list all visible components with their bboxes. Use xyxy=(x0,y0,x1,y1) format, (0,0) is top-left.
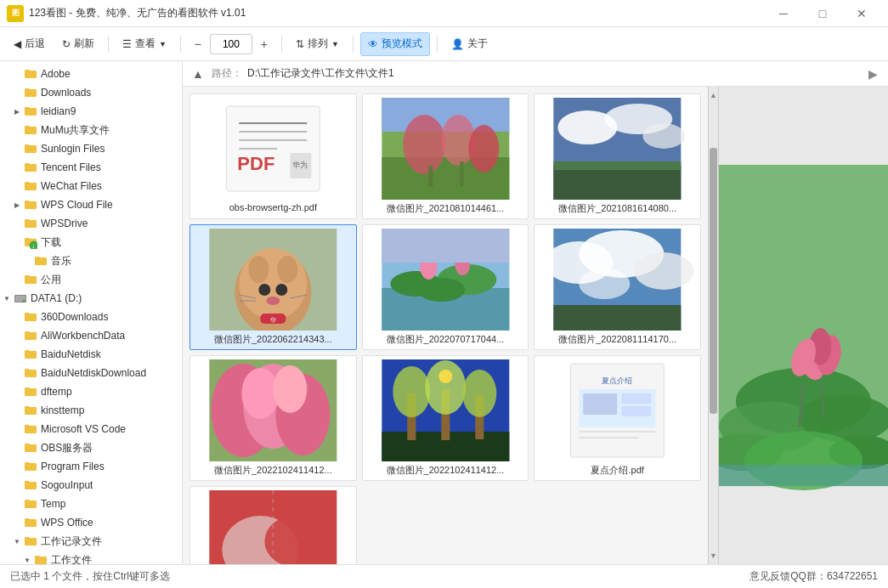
svg-point-30 xyxy=(239,248,307,319)
sidebar-item-aliworkbench[interactable]: AliWorkbenchData xyxy=(0,326,182,345)
grid-item-img2[interactable]: 微信图片_2021081614080... xyxy=(534,93,701,219)
sidebar-item-leidian9[interactable]: ▶leidian9 xyxy=(0,102,182,121)
sidebar-item-music[interactable]: 音乐 xyxy=(0,252,182,270)
toolbar: ◀ 后退 ↻ 刷新 ☰ 查看 ▼ − + ⇅ 排列 ▼ 👁 预览模式 👤 关于 xyxy=(0,27,888,61)
grid-item-img5[interactable]: 微信图片_2022081114170... xyxy=(534,224,701,350)
sidebar-item-workfiles[interactable]: ▼工作文件 xyxy=(0,551,182,564)
tree-arrow-icon xyxy=(10,179,24,193)
sidebar-item-gongyong[interactable]: 公用 xyxy=(0,270,182,289)
sidebar-item-temp[interactable]: Temp xyxy=(0,495,182,513)
sidebar-item-wps_cloud[interactable]: ▶WPS Cloud File xyxy=(0,195,182,214)
sidebar-item-sougou[interactable]: SogouInput xyxy=(0,476,182,495)
svg-rect-50 xyxy=(554,305,682,331)
svg-point-26 xyxy=(643,123,686,149)
tree-item-label: Downloads xyxy=(41,87,91,99)
thumbnail-image: 预览图 xyxy=(194,490,353,564)
grid-item-img6[interactable]: 微信图片_2022102411412... xyxy=(189,355,357,481)
folder-icon xyxy=(24,404,37,417)
tree-item-label: Temp xyxy=(41,498,65,510)
sort-button[interactable]: ⇅ 排列 ▼ xyxy=(289,32,346,56)
sort-icon: ⇅ xyxy=(296,38,304,50)
preview-image xyxy=(719,87,888,564)
path-forward-button[interactable]: ▶ xyxy=(864,65,881,82)
grid-scroll[interactable]: PDF 华为 obs-browsertg-zh.pdf 微信图片_2021081… xyxy=(183,87,708,564)
preview-mode-button[interactable]: 👁 预览模式 xyxy=(360,32,430,56)
sidebar-item-mumu[interactable]: MuMu共享文件 xyxy=(0,121,182,139)
folder-icon xyxy=(24,179,37,193)
sidebar-item-worklogs[interactable]: ▼工作记录文件 xyxy=(0,532,182,551)
svg-point-45 xyxy=(417,278,465,302)
sidebar-item-baidunetdisk[interactable]: BaiduNetdisk xyxy=(0,345,182,364)
svg-text:华为: 华为 xyxy=(292,161,308,169)
scroll-thumb[interactable] xyxy=(710,148,717,414)
path-up-button[interactable]: ▲ xyxy=(189,65,206,82)
sidebar-item-wpsoffice[interactable]: WPS Office xyxy=(0,513,182,532)
folder-icon xyxy=(24,366,37,380)
svg-point-67 xyxy=(425,360,466,415)
scrollbar[interactable]: ▲ ▼ xyxy=(708,87,718,564)
tree-arrow-icon xyxy=(10,86,24,99)
sidebar-item-programfiles[interactable]: Program Files xyxy=(0,457,182,476)
scroll-up-button[interactable]: ▲ xyxy=(709,87,718,104)
zoom-out-button[interactable]: − xyxy=(188,34,208,54)
sidebar-item-tencent[interactable]: Tencent Files xyxy=(0,158,182,177)
sidebar-item-sunlogin[interactable]: Sunlogin Files xyxy=(0,139,182,158)
toolbar-sep-5 xyxy=(437,36,438,53)
tree-arrow-icon xyxy=(10,142,24,155)
scroll-down-button[interactable]: ▼ xyxy=(709,547,718,564)
thumbnail-label: 微信图片_2022102411412... xyxy=(366,464,525,477)
tree-item-label: 公用 xyxy=(41,273,61,287)
tree-arrow-icon xyxy=(10,273,24,286)
minimize-button[interactable]: ─ xyxy=(764,0,803,27)
tree-arrow-icon: ▼ xyxy=(10,534,24,548)
sidebar-item-kinstemp[interactable]: kinsttemp xyxy=(0,401,182,420)
sidebar-item-data1[interactable]: ▼DATA1 (D:) xyxy=(0,289,182,308)
grid-item-pdf2[interactable]: 夏点介绍 夏点介绍.pdf xyxy=(534,355,701,481)
back-button[interactable]: ◀ 后退 xyxy=(7,32,52,56)
zoom-control: − + xyxy=(188,34,274,54)
grid-item-img1[interactable]: 微信图片_2021081014461... xyxy=(362,93,529,219)
folder-icon xyxy=(24,534,37,548)
sidebar-item-wpsdrive[interactable]: WPSDrive xyxy=(0,214,182,233)
sidebar-item-obs[interactable]: OBS服务器 xyxy=(0,438,182,457)
grid-item-img3[interactable]: 华微信图片_2022062214343... xyxy=(189,224,357,350)
zoom-input[interactable] xyxy=(210,34,252,54)
tree-item-label: leidian9 xyxy=(41,105,76,117)
grid-item-img7[interactable]: 微信图片_2022102411412... xyxy=(362,355,529,481)
grid-item-pdf1[interactable]: PDF 华为 obs-browsertg-zh.pdf xyxy=(189,93,357,219)
folder-icon: ↓ xyxy=(24,235,37,249)
thumbnail-label: obs-browsertg-zh.pdf xyxy=(194,202,353,212)
tree-item-label: Microsoft VS Code xyxy=(41,423,126,435)
refresh-button[interactable]: ↻ 刷新 xyxy=(55,32,101,56)
view-button[interactable]: ☰ 查看 ▼ xyxy=(116,32,173,56)
maximize-button[interactable]: □ xyxy=(803,0,842,27)
grid-item-img4[interactable]: 微信图片_2022070717044... xyxy=(362,224,529,350)
thumbnail-image: 华 xyxy=(194,229,353,331)
sidebar-item-360downloads[interactable]: 360Downloads xyxy=(0,308,182,326)
tree-arrow-icon xyxy=(10,460,24,473)
svg-point-53 xyxy=(635,252,694,290)
close-button[interactable]: ✕ xyxy=(842,0,881,27)
thumbnail-label: 微信图片_2021081614080... xyxy=(538,202,697,215)
sidebar-item-wechat[interactable]: WeChat Files xyxy=(0,177,182,195)
toolbar-sep-4 xyxy=(353,36,354,53)
svg-rect-27 xyxy=(554,161,682,170)
status-right: 意见反馈QQ群：634722651 xyxy=(749,569,878,584)
preview-panel xyxy=(718,87,888,564)
tree-item-label: DATA1 (D:) xyxy=(31,292,82,304)
sidebar-item-msvscode[interactable]: Microsoft VS Code xyxy=(0,420,182,438)
sidebar-item-downloads[interactable]: Downloads xyxy=(0,83,182,102)
tree-item-label: WPS Cloud File xyxy=(41,199,113,211)
sort-arrow-icon: ▼ xyxy=(331,40,339,48)
sidebar-item-baidudownload[interactable]: BaiduNetdiskDownload xyxy=(0,364,182,382)
sidebar-item-dftemp[interactable]: dftemp xyxy=(0,382,182,401)
sidebar-item-adobe[interactable]: Adobe xyxy=(0,65,182,83)
folder-icon xyxy=(24,198,37,212)
zoom-in-button[interactable]: + xyxy=(254,34,274,54)
sidebar-item-download_cn[interactable]: ↓下载 xyxy=(0,233,182,252)
thumbnail-label: 微信图片_2022062214343... xyxy=(194,333,353,346)
about-button[interactable]: 👤 关于 xyxy=(444,32,495,56)
tree-arrow-icon xyxy=(10,67,24,81)
grid-item-img8[interactable]: 预览图 微信图片_2022... xyxy=(189,486,357,564)
tree-arrow-icon xyxy=(10,123,24,137)
